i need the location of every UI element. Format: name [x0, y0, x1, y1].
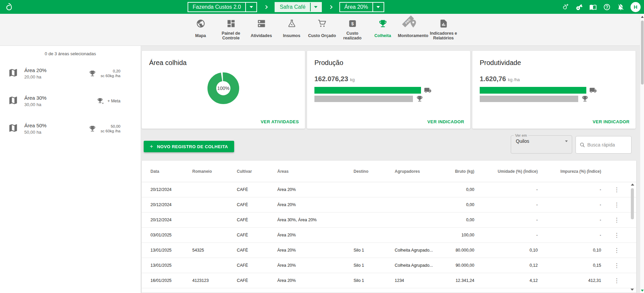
table-cell: 4,12	[477, 278, 540, 283]
scrollbar-thumb[interactable]	[641, 21, 644, 85]
scrollbar-thumb[interactable]	[631, 188, 634, 219]
table-cell: CAFÉ	[237, 248, 277, 253]
table-cell: 412,31	[540, 278, 604, 283]
table-cell: Silo 1	[354, 248, 395, 253]
nav-item-painel-de-controle[interactable]: Painel de Controle	[216, 14, 246, 45]
table-scrollbar[interactable]	[630, 184, 635, 291]
column-header: Impureza (%) (Índice)	[540, 169, 604, 174]
add-goal-button[interactable]: + Meta	[96, 97, 120, 105]
scroll-up-arrow-icon[interactable]	[641, 16, 644, 18]
trophy-icon	[416, 95, 423, 102]
table-cell: -	[540, 187, 604, 192]
area-select[interactable]: Área 20%	[339, 2, 384, 12]
area-name: Área 30%	[24, 95, 96, 101]
map-icon	[8, 95, 18, 107]
row-menu-button[interactable]: ⋮	[604, 217, 629, 224]
actual-bar	[480, 87, 586, 94]
nav-item-custo-orcado[interactable]: Custo Orçado	[307, 14, 337, 45]
table-cell: Área 20%	[277, 233, 354, 237]
row-menu-button[interactable]: ⋮	[604, 186, 629, 193]
harvested-area-donut-chart: 100%	[207, 72, 240, 106]
table-cell: 20/12/2024	[142, 218, 192, 222]
table-cell: 54325	[192, 248, 237, 253]
user-avatar[interactable]: H	[631, 2, 641, 12]
harvest-records-table: DataRomaneioCultivarÁreasDestinoAgrupado…	[142, 161, 636, 293]
table-cell: 20/12/2024	[142, 187, 192, 192]
table-row[interactable]: 13/01/202554325CAFÉÁrea 20%Silo 1Colheit…	[142, 243, 636, 258]
table-cell: -	[477, 202, 540, 207]
view-in-select[interactable]: Ver em Quilos	[511, 133, 572, 154]
truck-icon	[424, 87, 431, 94]
area-list-item[interactable]: Área 50%50,00 ha50,00sc 60kg /ha	[0, 115, 141, 142]
nav-item-colheita[interactable]: Colheita	[368, 14, 398, 45]
see-indicator-link[interactable]: VER INDICADOR	[427, 119, 464, 124]
add-farm-button[interactable]	[561, 3, 569, 11]
notifications-off-icon[interactable]	[617, 3, 625, 11]
nav-item-label: Monitoramento	[399, 29, 428, 45]
truck-icon	[589, 87, 597, 94]
column-header: Umidade (%) (Índice)	[477, 169, 540, 174]
table-cell: -	[477, 218, 540, 222]
table-row[interactable]: 16/01/20254123123CAFÉÁrea 20%Silo 112341…	[142, 273, 636, 288]
book-icon[interactable]	[589, 3, 597, 11]
page-scrollbar[interactable]	[640, 14, 644, 293]
table-row[interactable]: 20/12/2024CAFÉÁrea 20%0,00--⋮	[142, 182, 636, 197]
row-menu-button[interactable]: ⋮	[604, 262, 629, 269]
table-row[interactable]: 03/01/2025CAFÉÁrea 20%100,00--⋮	[142, 228, 636, 243]
new-harvest-record-button[interactable]: + NOVO REGISTRO DE COLHEITA	[144, 141, 234, 152]
row-menu-button[interactable]: ⋮	[604, 247, 629, 254]
see-activities-link[interactable]: VER ATIVIDADES	[261, 119, 299, 124]
harvested-area-card: Área colhida 100% VER ATIVIDADES	[142, 51, 305, 129]
farm-select[interactable]: Fazenda Custos 2.0	[188, 2, 257, 12]
see-indicator-link[interactable]: VER INDICADOR	[593, 119, 629, 124]
table-cell: CAFÉ	[237, 278, 277, 283]
area-name: Área 20%	[24, 67, 89, 73]
table-cell: -	[477, 187, 540, 192]
productivity-unit: kg /ha	[508, 77, 520, 82]
table-cell: CAFÉ	[237, 233, 277, 237]
nav-item-label: Atividades	[251, 29, 272, 45]
nav-item-mapa[interactable]: Mapa	[186, 14, 216, 45]
areas-sidebar: 0 de 3 áreas selecionadas Área 20%20,00 …	[0, 46, 141, 293]
nav-item-atividades[interactable]: Atividades	[246, 14, 277, 45]
scroll-down-arrow-icon[interactable]	[641, 290, 644, 292]
nav-item-indicadores-e-relatorios[interactable]: Indicadores e Relatórios	[428, 14, 459, 45]
area-list-item[interactable]: Área 30%30,00 ha+ Meta	[0, 87, 141, 115]
pin-icon: PRO	[409, 19, 418, 29]
nav-item-label: Mapa	[195, 29, 206, 45]
farm-select-value: Fazenda Custos 2.0	[188, 3, 245, 11]
key-icon[interactable]	[575, 3, 583, 11]
breadcrumb: Fazenda Custos 2.0 Safra Café Área 20%	[188, 0, 384, 14]
season-select[interactable]: Safra Café	[275, 2, 321, 12]
scroll-down-arrow-icon[interactable]	[631, 289, 634, 291]
area-goal: 0,20sc 60kg /ha	[89, 69, 120, 78]
column-header: Agrupadores	[395, 169, 442, 174]
productivity-card: Produtividade 1.620,76 kg /ha VER INDICA	[472, 51, 636, 129]
row-menu-button[interactable]: ⋮	[604, 232, 629, 239]
table-row[interactable]: 13/01/2025CAFÉÁrea 20%Silo 1Colheita Agr…	[142, 258, 636, 273]
row-menu-button[interactable]: ⋮	[604, 201, 629, 208]
row-menu-button[interactable]: ⋮	[604, 277, 629, 284]
nav-item-monitoramento[interactable]: PROMonitoramento	[398, 14, 428, 45]
help-icon[interactable]	[603, 3, 611, 11]
add-goal-label: + Meta	[107, 99, 120, 103]
table-header-row: DataRomaneioCultivarÁreasDestinoAgrupado…	[142, 161, 636, 182]
main-panel: Área colhida 100% VER ATIVIDADES Produçã…	[141, 46, 644, 293]
column-header: Áreas	[277, 169, 354, 174]
nav-item-insumos[interactable]: Insumos	[277, 14, 307, 45]
areas-selection-summary: 0 de 3 áreas selecionadas	[0, 46, 141, 56]
scroll-up-arrow-icon[interactable]	[631, 184, 634, 186]
goal-bar	[480, 96, 578, 102]
table-row[interactable]: 20/12/2024CAFÉÁrea 20%0,00--⋮	[142, 197, 636, 213]
area-size: 50,00 ha	[24, 130, 89, 135]
season-select-value: Safra Café	[275, 3, 310, 11]
area-list-item[interactable]: Área 20%20,00 ha0,20sc 60kg /ha	[0, 60, 141, 87]
search-input[interactable]	[587, 142, 627, 148]
activity-cards-icon	[257, 19, 266, 29]
nav-item-custo-realizado[interactable]: $Custo realizado	[337, 14, 368, 45]
table-row[interactable]: 20/12/2024CAFÉÁrea 30%, Área 20%0,00--⋮	[142, 213, 636, 228]
trophy-icon	[89, 70, 96, 77]
trophy-icon	[89, 125, 96, 132]
nav-item-label: Custo Orçado	[308, 29, 336, 45]
table-cell: CAFÉ	[237, 187, 277, 192]
